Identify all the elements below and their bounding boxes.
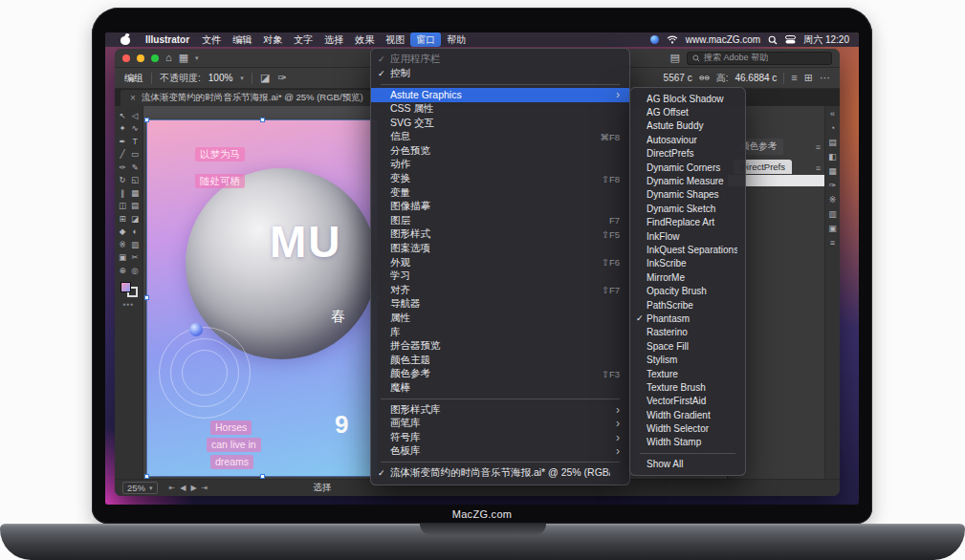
menu-item[interactable]: 图形样式 ⇧F5 — [371, 227, 629, 242]
selection-handle[interactable] — [260, 474, 265, 479]
menu-item[interactable]: SVG 交互 — [371, 116, 629, 130]
paintbrush-icon[interactable]: ✑ — [117, 161, 129, 174]
menu-item[interactable]: 导航器 — [371, 297, 629, 312]
slice-icon[interactable]: ✂ — [129, 251, 142, 265]
menubar-menu[interactable]: 视图 — [380, 32, 410, 47]
control-center-icon[interactable] — [785, 35, 796, 44]
menubar-clock[interactable]: 周六 12:20 — [803, 33, 849, 47]
rotate-icon[interactable]: ↻ — [117, 174, 129, 187]
submenu-item[interactable]: AG Block Shadow — [630, 92, 745, 105]
arrange-documents-icon[interactable]: ▤ — [670, 53, 680, 63]
menubar-menu[interactable]: 对象 — [257, 32, 288, 47]
submenu-item[interactable]: Texture Brush — [630, 380, 745, 394]
color-icon[interactable]: ◔ — [830, 124, 835, 133]
submenu-item[interactable]: Texture — [630, 367, 745, 380]
menubar-menu[interactable]: 效果 — [349, 32, 380, 47]
submenu-item[interactable]: InkScribe — [630, 257, 745, 270]
pen-icon[interactable]: ✒ — [117, 135, 129, 148]
selection-handle[interactable] — [144, 118, 149, 122]
submenu-item[interactable]: InkFlow — [630, 229, 745, 243]
fill-swatch[interactable] — [121, 282, 131, 292]
scale-icon[interactable]: ◱ — [129, 174, 142, 187]
workspace-layout-icon[interactable]: ▦ — [179, 53, 188, 63]
menu-item[interactable]: 图案选项 — [371, 242, 629, 256]
transform-more-icon[interactable]: ⊞ — [804, 73, 813, 83]
selection-icon[interactable]: ↖ — [117, 109, 129, 122]
opacity-value[interactable]: 100% — [208, 73, 233, 83]
submenu-item[interactable]: Width Gradient — [630, 408, 745, 421]
menubar-menu[interactable]: 文件 — [196, 32, 227, 47]
menubar-menu[interactable]: 选择 — [318, 32, 349, 47]
mesh-icon[interactable]: ⊞ — [117, 212, 129, 226]
perspective-grid-icon[interactable]: ▤ — [129, 200, 142, 213]
symbols-icon[interactable]: ※ — [829, 196, 837, 205]
spotlight-search-icon[interactable] — [768, 35, 778, 45]
pencil-icon[interactable]: ✎ — [129, 161, 142, 174]
menu-item[interactable]: Astute Graphics — [371, 88, 629, 102]
width-tool-icon[interactable]: ∥ — [117, 186, 129, 200]
type-icon[interactable]: T — [129, 135, 142, 148]
menu-item[interactable]: 应用程序栏 — [371, 53, 629, 67]
panel-menu-icon[interactable]: ≡ — [816, 163, 821, 173]
submenu-item[interactable]: Dynamic Measure — [630, 174, 745, 187]
menu-item[interactable]: 变换 ⇧F8 — [371, 172, 629, 186]
zoom-level-select[interactable]: 25% ▾ — [122, 482, 158, 494]
menu-item[interactable]: 控制 — [371, 67, 629, 81]
menu-item[interactable]: 图像描摹 — [371, 200, 629, 214]
panel-menu-icon[interactable]: ⋯ — [820, 73, 830, 83]
shape-builder-icon[interactable]: ◫ — [117, 200, 129, 213]
gradient-icon[interactable]: ◪ — [129, 212, 142, 226]
constrain-proportions-icon[interactable] — [699, 74, 710, 82]
drawing-mode-icons[interactable]: ▪▪▪ — [123, 300, 135, 309]
prev-artboard-icon[interactable]: ◀ — [180, 484, 186, 492]
submenu-item[interactable]: Dynamic Shapes — [630, 188, 745, 202]
submenu-item[interactable]: Astute Buddy — [630, 119, 745, 133]
menu-item[interactable]: 流体渐变简约的时尚音乐节海报.ai* @ 25% (RGB/预览) — [371, 466, 629, 481]
height-value[interactable]: 46.6884 c — [735, 73, 777, 83]
menu-item[interactable]: 颜色主题 — [371, 353, 629, 367]
menu-item[interactable]: 图层 F7 — [371, 214, 629, 228]
artboard-tool-icon[interactable]: ▣ — [117, 251, 129, 265]
close-button[interactable] — [122, 54, 130, 62]
swatches-icon[interactable]: ▦ — [828, 167, 837, 176]
home-icon[interactable]: ⌂ — [165, 53, 172, 63]
next-artboard-icon[interactable]: ▶ — [190, 484, 196, 492]
last-artboard-icon[interactable]: ⇥ — [202, 484, 208, 492]
menu-item[interactable]: 动作 — [371, 158, 629, 172]
submenu-item[interactable]: DirectPrefs — [630, 147, 745, 161]
menu-item[interactable]: 库 — [371, 325, 629, 339]
menu-item[interactable]: CSS 属性 — [371, 102, 629, 117]
selection-handle[interactable] — [144, 474, 149, 479]
style-icon[interactable]: ◪ — [260, 73, 270, 83]
menu-item[interactable]: 符号库 — [371, 430, 629, 444]
submenu-item[interactable]: FindReplace Art — [630, 216, 745, 229]
submenu-item[interactable]: MirrorMe — [630, 270, 745, 284]
collapse-panels-icon[interactable]: « — [830, 110, 835, 118]
zoom-icon[interactable]: ◎ — [129, 264, 142, 277]
align-icon[interactable]: ≡ — [791, 73, 797, 83]
menu-item[interactable]: 画笔库 — [371, 417, 629, 431]
menu-item[interactable]: 学习 — [371, 269, 629, 284]
brush-definition-icon[interactable]: ✑ — [277, 73, 286, 83]
submenu-item[interactable]: Width Selector — [630, 421, 745, 435]
menu-item[interactable]: 分色预览 — [371, 144, 629, 159]
menubar-menu[interactable]: 编辑 — [227, 32, 257, 47]
apple-menu[interactable] — [115, 32, 139, 47]
submenu-item[interactable]: Phantasm — [630, 312, 745, 325]
libraries-icon[interactable]: ≡ — [830, 239, 835, 248]
menu-item[interactable]: 图形样式库 — [371, 402, 629, 417]
menubar-menu[interactable]: 帮助 — [441, 32, 472, 47]
menu-item[interactable]: 变量 — [371, 185, 629, 200]
minimize-button[interactable] — [137, 54, 144, 62]
submenu-item[interactable]: PathScribe — [630, 298, 745, 312]
rectangle-icon[interactable]: ▭ — [129, 148, 142, 162]
menu-item[interactable]: 对齐 ⇧F7 — [371, 284, 629, 298]
menu-item[interactable]: 属性 — [371, 312, 629, 326]
help-search-input[interactable]: 搜索 Adobe 帮助 — [687, 52, 832, 65]
direct-selection-icon[interactable]: ◁ — [129, 109, 142, 122]
lasso-icon[interactable]: ∿ — [129, 122, 142, 136]
submenu-item[interactable]: Dynamic Sketch — [630, 202, 745, 215]
color-guide-icon[interactable]: ▤ — [828, 139, 837, 147]
submenu-item[interactable]: Stylism — [630, 353, 745, 366]
close-tab-icon[interactable]: × — [130, 93, 136, 103]
